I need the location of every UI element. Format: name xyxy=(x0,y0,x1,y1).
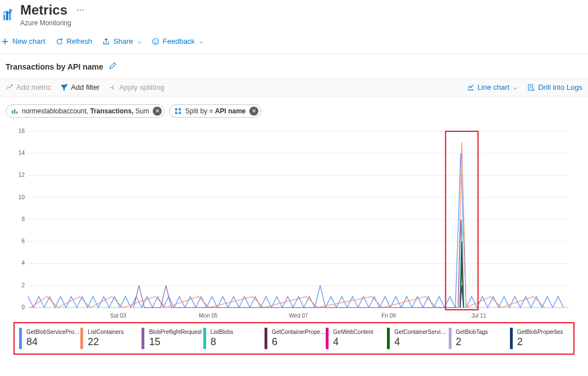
legend-series-name: GetWebContent xyxy=(333,329,373,335)
legend-item[interactable]: ListContainers 22 xyxy=(80,328,142,349)
feedback-button[interactable]: Feedback ⌵ xyxy=(152,37,203,45)
svg-text:16: 16 xyxy=(19,128,25,134)
svg-rect-9 xyxy=(16,112,18,114)
svg-text:Mon 05: Mon 05 xyxy=(199,313,218,319)
legend-series-value: 8 xyxy=(211,336,234,348)
legend-series-value: 4 xyxy=(333,336,373,348)
svg-point-4 xyxy=(154,40,154,40)
svg-rect-0 xyxy=(3,15,6,20)
legend-color-bar xyxy=(80,328,83,349)
svg-point-5 xyxy=(156,40,157,40)
svg-text:Wed 07: Wed 07 xyxy=(289,313,308,319)
legend-item[interactable]: BlobPreflightRequest 15 xyxy=(142,328,203,349)
add-metric-button[interactable]: Add metric xyxy=(6,83,51,91)
legend-color-bar xyxy=(387,328,390,349)
chevron-down-icon: ⌵ xyxy=(138,38,142,45)
logs-icon xyxy=(527,84,535,91)
legend-series-name: ListBlobs xyxy=(211,329,234,335)
legend-color-bar xyxy=(142,328,144,349)
svg-rect-2 xyxy=(9,9,11,20)
legend-series-value: 22 xyxy=(88,336,124,348)
metric-pill[interactable]: normestablobaccount, Transactions, Sum ✕ xyxy=(6,104,165,118)
refresh-button[interactable]: Refresh xyxy=(56,37,93,45)
svg-text:Fri 09: Fri 09 xyxy=(381,313,396,319)
apply-splitting-button[interactable]: Apply splitting xyxy=(108,83,164,91)
svg-text:14: 14 xyxy=(19,150,25,156)
share-icon xyxy=(102,38,110,45)
chart-title: Transactions by API name xyxy=(6,62,103,71)
split-pill-icon xyxy=(174,107,182,115)
line-chart-icon xyxy=(467,84,475,91)
filter-icon xyxy=(60,84,68,91)
legend-item[interactable]: GetContainerServiceM… 4 xyxy=(387,328,448,349)
legend-item[interactable]: ListBlobs 8 xyxy=(203,328,265,349)
legend-color-bar xyxy=(265,328,267,349)
split-icon xyxy=(108,84,116,91)
legend-color-bar xyxy=(326,328,329,349)
line-chart[interactable]: 0246810121416Sat 03Mon 05Wed 07Fri 09Jul… xyxy=(13,126,575,322)
chevron-down-icon: ⌵ xyxy=(513,84,517,91)
legend-color-bar xyxy=(510,328,513,349)
legend-item[interactable]: GetBlobServiceProper… 84 xyxy=(19,328,80,349)
svg-text:4: 4 xyxy=(21,260,25,266)
svg-text:6: 6 xyxy=(21,238,25,244)
close-icon[interactable]: ✕ xyxy=(249,107,258,116)
share-button[interactable]: Share ⌵ xyxy=(102,37,142,45)
chart-legend: GetBlobServiceProper… 84 ListContainers … xyxy=(13,322,575,355)
legend-series-name: BlobPreflightRequest xyxy=(149,329,202,335)
legend-series-value: 2 xyxy=(456,336,488,348)
refresh-icon xyxy=(56,38,63,45)
metrics-icon xyxy=(2,8,16,21)
add-metric-icon xyxy=(6,84,13,91)
chart-type-dropdown[interactable]: Line chart ⌵ xyxy=(467,83,517,91)
chevron-down-icon: ⌵ xyxy=(199,38,203,45)
edit-icon[interactable] xyxy=(109,62,117,71)
add-filter-button[interactable]: Add filter xyxy=(60,83,99,91)
legend-item[interactable]: GetContainerProperties 6 xyxy=(265,328,326,349)
legend-series-value: 6 xyxy=(272,336,326,348)
svg-point-11 xyxy=(179,108,181,111)
svg-text:12: 12 xyxy=(19,172,25,178)
svg-text:2: 2 xyxy=(21,282,25,288)
legend-series-name: ListContainers xyxy=(88,329,124,335)
page-title: Metrics xyxy=(20,2,67,18)
legend-series-value: 4 xyxy=(394,336,448,348)
legend-series-name: GetBlobTags xyxy=(456,329,488,335)
svg-text:10: 10 xyxy=(19,194,25,200)
legend-series-value: 84 xyxy=(26,336,80,348)
legend-series-name: GetContainerServiceM… xyxy=(394,329,448,335)
svg-text:8: 8 xyxy=(21,216,25,222)
svg-text:Jul 11: Jul 11 xyxy=(471,313,486,319)
svg-text:Sat 03: Sat 03 xyxy=(110,313,126,319)
plus-icon xyxy=(1,38,9,45)
legend-item[interactable]: GetWebContent 4 xyxy=(326,328,387,349)
legend-color-bar xyxy=(19,328,22,349)
legend-color-bar xyxy=(203,328,206,349)
legend-color-bar xyxy=(449,328,452,349)
new-chart-button[interactable]: New chart xyxy=(1,37,45,45)
legend-item[interactable]: GetBlobProperties 2 xyxy=(510,328,571,349)
split-pill[interactable]: Split by = API name ✕ xyxy=(169,104,261,118)
page-subtitle: Azure Monitoring xyxy=(20,19,84,27)
legend-series-name: GetBlobServiceProper… xyxy=(26,329,80,335)
metric-pill-icon xyxy=(11,107,19,115)
svg-point-10 xyxy=(175,108,177,111)
close-icon[interactable]: ✕ xyxy=(153,107,162,116)
legend-series-value: 2 xyxy=(517,336,563,348)
drill-logs-button[interactable]: Drill into Logs xyxy=(527,83,582,91)
svg-point-3 xyxy=(153,38,159,44)
svg-text:0: 0 xyxy=(21,304,25,310)
svg-rect-8 xyxy=(14,109,16,114)
svg-rect-7 xyxy=(12,111,13,113)
svg-point-13 xyxy=(179,112,181,114)
legend-series-name: GetBlobProperties xyxy=(517,329,563,335)
svg-point-12 xyxy=(175,112,177,114)
more-menu-icon[interactable]: ⋯ xyxy=(76,6,84,15)
legend-series-value: 15 xyxy=(149,336,202,348)
legend-item[interactable]: GetBlobTags 2 xyxy=(449,328,510,349)
legend-series-name: GetContainerProperties xyxy=(272,329,326,335)
smile-icon xyxy=(152,38,159,45)
